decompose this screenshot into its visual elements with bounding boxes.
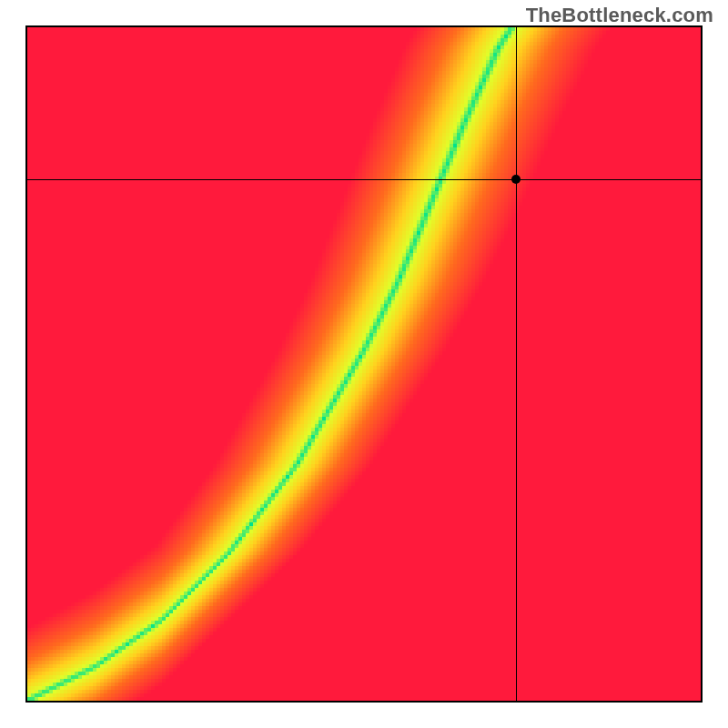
heatmap-canvas <box>27 27 701 701</box>
marker-dot <box>511 175 521 184</box>
crosshair-vertical <box>516 27 517 701</box>
chart-container: TheBottleneck.com <box>0 0 728 728</box>
crosshair-horizontal <box>27 179 701 180</box>
watermark-text: TheBottleneck.com <box>526 4 713 27</box>
